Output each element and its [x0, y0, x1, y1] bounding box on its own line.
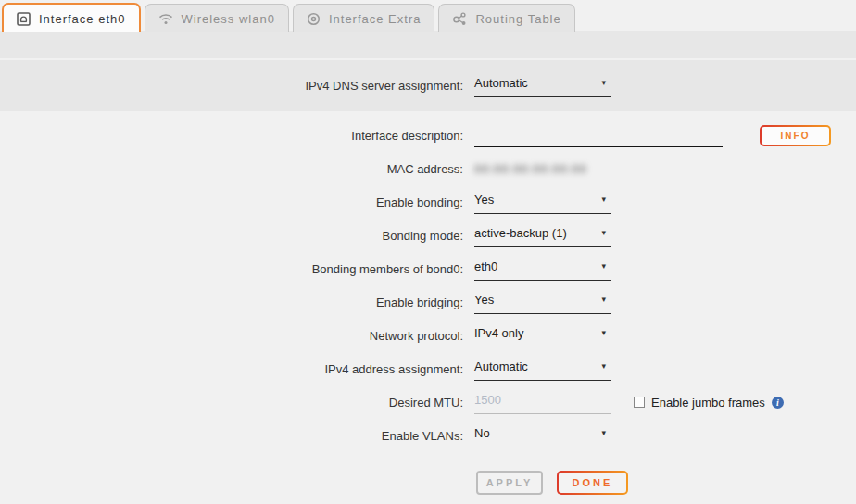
ipv4-assignment-label: IPv4 address assignment:	[0, 362, 463, 376]
network-protocol-value: IPv4 only	[474, 326, 523, 340]
enable-vlans-label: Enable VLANs:	[0, 429, 463, 443]
wifi-icon	[158, 13, 173, 25]
enable-bonding-row: Enable bonding: Yes ▾	[0, 185, 856, 219]
dropdown-arrow-icon: ▾	[601, 362, 606, 371]
desired-mtu-input[interactable]	[474, 391, 611, 414]
tab-label: Routing Table	[475, 12, 560, 26]
ethernet-interface-icon	[17, 12, 31, 26]
bonding-mode-label: Bonding mode:	[0, 229, 463, 243]
enable-vlans-row: Enable VLANs: No ▾	[0, 419, 856, 452]
collapsed-section-band	[0, 31, 856, 58]
network-protocol-select[interactable]: IPv4 only ▾	[474, 324, 611, 347]
network-protocol-label: Network protocol:	[0, 329, 463, 343]
dropdown-arrow-icon: ▾	[601, 195, 606, 204]
tab-label: Interface eth0	[39, 12, 126, 26]
enable-bonding-label: Enable bonding:	[0, 195, 463, 209]
dns-assignment-row: IPv4 DNS server assignment: Automatic ▾	[0, 69, 856, 102]
enable-vlans-value: No	[474, 426, 490, 440]
enable-bonding-value: Yes	[474, 193, 494, 207]
enable-bridging-label: Enable bridging:	[0, 296, 463, 309]
tab-interface-eth0[interactable]: Interface eth0	[2, 3, 141, 32]
bonding-members-row: Bonding members of bond0: eth0 ▾	[0, 252, 856, 285]
network-protocol-row: Network protocol: IPv4 only ▾	[0, 319, 856, 352]
bonding-mode-row: Bonding mode: active-backup (1) ▾	[0, 219, 856, 252]
dropdown-arrow-icon: ▾	[601, 262, 606, 271]
dns-section: IPv4 DNS server assignment: Automatic ▾	[0, 60, 856, 111]
jumbo-info-icon[interactable]: i	[772, 397, 784, 409]
dns-assignment-label: IPv4 DNS server assignment:	[0, 79, 463, 93]
enable-jumbo-frames-label: Enable jumbo frames	[651, 396, 765, 410]
enable-jumbo-frames-checkbox[interactable]	[634, 397, 645, 408]
interface-description-input[interactable]	[474, 124, 723, 147]
enable-bridging-row: Enable bridging: Yes ▾	[0, 285, 856, 319]
dropdown-arrow-icon: ▾	[601, 329, 606, 337]
tab-routing-table[interactable]: Routing Table	[438, 4, 574, 32]
bonding-members-label: Bonding members of bond0:	[0, 262, 463, 276]
dns-assignment-select[interactable]: Automatic ▾	[474, 74, 611, 97]
ipv4-assignment-value: Automatic	[474, 359, 528, 373]
enable-bonding-select[interactable]: Yes ▾	[474, 191, 611, 214]
tab-wireless-wlan0[interactable]: Wireless wlan0	[145, 4, 289, 32]
done-button-label: DONE	[559, 472, 626, 493]
bonding-mode-select[interactable]: active-backup (1) ▾	[474, 224, 611, 247]
tab-label: Wireless wlan0	[182, 12, 275, 26]
tab-label: Interface Extra	[329, 12, 422, 26]
ipv4-assignment-row: IPv4 address assignment: Automatic ▾	[0, 352, 856, 385]
form-actions: APPLY DONE	[476, 471, 628, 495]
dropdown-arrow-icon: ▾	[601, 429, 606, 437]
enable-vlans-select[interactable]: No ▾	[474, 424, 611, 447]
dropdown-arrow-icon: ▾	[601, 296, 606, 304]
mac-address-label: MAC address:	[0, 162, 463, 176]
tab-bar: Interface eth0 Wireless wlan0 Interface …	[2, 3, 575, 32]
enable-bridging-select[interactable]: Yes ▾	[474, 291, 611, 314]
description-row: Interface description:	[0, 119, 856, 152]
ipv4-assignment-select[interactable]: Automatic ▾	[474, 358, 611, 381]
mtu-row: Desired MTU: Enable jumbo frames i	[0, 385, 856, 419]
interface-form: Interface description: MAC address: 00:0…	[0, 119, 856, 452]
target-circles-icon	[307, 12, 321, 26]
dropdown-arrow-icon: ▾	[601, 229, 606, 237]
description-label: Interface description:	[0, 129, 463, 143]
bonding-members-select[interactable]: eth0 ▾	[474, 258, 611, 281]
dropdown-arrow-icon: ▾	[601, 79, 606, 87]
tab-interface-extra[interactable]: Interface Extra	[293, 4, 435, 32]
bonding-mode-value: active-backup (1)	[474, 226, 567, 240]
enable-bridging-value: Yes	[474, 293, 494, 307]
share-nodes-icon	[452, 11, 467, 26]
mac-address-row: MAC address: 00:00:00:00:00:00	[0, 152, 856, 185]
done-button[interactable]: DONE	[557, 471, 628, 495]
apply-button[interactable]: APPLY	[476, 471, 543, 495]
dns-assignment-value: Automatic	[474, 76, 528, 90]
jumbo-frames-group: Enable jumbo frames i	[634, 396, 784, 410]
bonding-members-value: eth0	[474, 259, 497, 273]
mtu-label: Desired MTU:	[0, 396, 463, 410]
mac-address-value-blurred: 00:00:00:00:00:00	[474, 162, 587, 176]
